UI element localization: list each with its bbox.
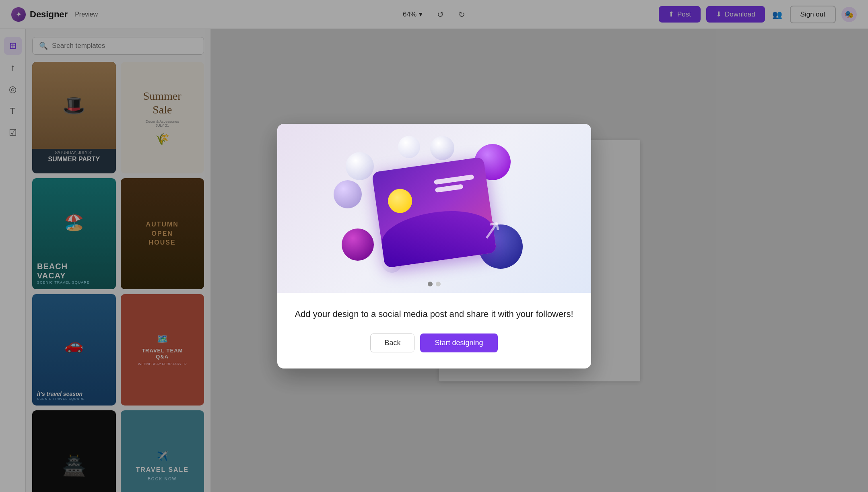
- modal-dialog: ✕: [277, 124, 591, 368]
- modal-dots: [428, 282, 441, 286]
- modal-actions: Back Start designing: [293, 333, 575, 352]
- tablet-bar-long: [433, 174, 474, 185]
- dot-1: [428, 282, 433, 286]
- modal-bottom: Add your design to a social media post a…: [277, 293, 591, 368]
- back-button[interactable]: Back: [370, 333, 414, 352]
- dot-2: [436, 282, 441, 286]
- tablet-wave: [378, 204, 497, 268]
- tablet-graphic: [371, 156, 497, 268]
- ball-3: [346, 152, 374, 180]
- tablet-bar-short: [435, 184, 463, 193]
- tablet-circle: [386, 187, 414, 214]
- ball-8: [334, 180, 362, 208]
- start-designing-button[interactable]: Start designing: [420, 333, 497, 352]
- ball-6: [342, 229, 374, 261]
- modal-illustration: ↗: [334, 132, 535, 285]
- modal-image-area: ↗: [277, 124, 591, 293]
- ball-9: [398, 136, 420, 158]
- ball-1: [430, 136, 454, 160]
- modal-overlay: ✕: [0, 0, 868, 492]
- tablet-bars: [433, 174, 475, 193]
- modal-description: Add your design to a social media post a…: [293, 307, 575, 321]
